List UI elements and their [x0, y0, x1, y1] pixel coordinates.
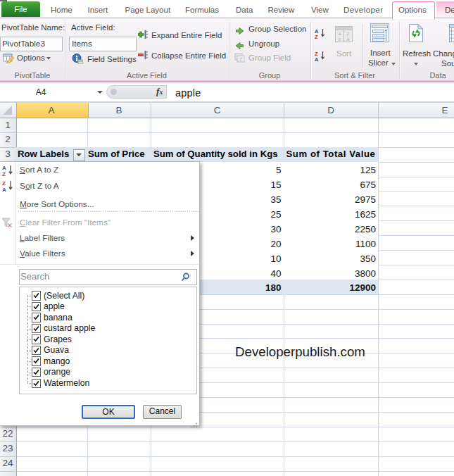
svg-text:Z: Z	[338, 37, 341, 42]
svg-text:Z: Z	[2, 171, 6, 177]
svg-text:A: A	[346, 37, 350, 42]
svg-text:Z: Z	[346, 31, 349, 37]
svg-text:A: A	[338, 31, 341, 37]
svg-text:Z: Z	[315, 34, 318, 39]
svg-text:A: A	[315, 56, 319, 61]
svg-text:A: A	[2, 186, 6, 192]
svg-text:7: 7	[239, 56, 243, 63]
